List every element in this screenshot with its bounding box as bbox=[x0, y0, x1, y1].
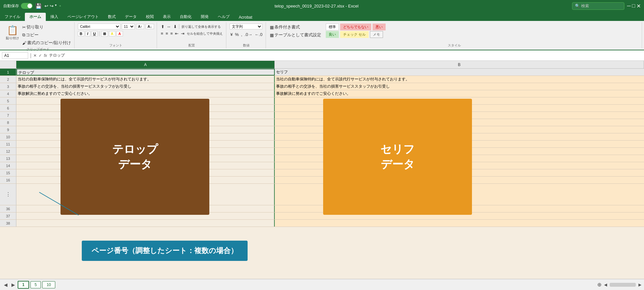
align-center-btn[interactable]: ≡ bbox=[165, 30, 169, 37]
format-copy-button[interactable]: 🖌 書式のコピー/貼り付け bbox=[22, 39, 72, 46]
style-good[interactable]: 良い bbox=[326, 31, 339, 38]
col-header-a[interactable]: A bbox=[16, 61, 275, 68]
style-memo[interactable]: メモ bbox=[370, 31, 383, 38]
tab-formulas[interactable]: 数式 bbox=[103, 13, 120, 21]
decimal-decrease-btn[interactable]: ←.0 bbox=[254, 31, 263, 38]
align-right-btn[interactable]: ≡ bbox=[170, 30, 174, 37]
cell-b-dots[interactable] bbox=[275, 184, 644, 205]
align-left-btn[interactable]: ≡ bbox=[160, 30, 164, 37]
cell-a-dots[interactable] bbox=[16, 184, 275, 205]
cell-a8[interactable] bbox=[16, 119, 275, 126]
paste-button[interactable]: 📋 貼り付け bbox=[5, 24, 20, 42]
cell-b6[interactable] bbox=[275, 105, 644, 111]
cell-a5[interactable] bbox=[16, 97, 275, 104]
cell-a6[interactable] bbox=[16, 105, 275, 111]
cell-a38[interactable] bbox=[16, 220, 275, 227]
next-sheet-icon[interactable]: ▶ bbox=[10, 281, 16, 288]
font-color-button[interactable]: A bbox=[116, 31, 123, 36]
scroll-left-icon[interactable]: ◀ bbox=[604, 282, 607, 287]
indent-increase-btn[interactable]: ⇥ bbox=[180, 30, 185, 37]
sheet-tab-10[interactable]: 10 bbox=[42, 281, 55, 288]
maximize-btn[interactable]: □ bbox=[632, 3, 635, 9]
cell-b14[interactable] bbox=[275, 162, 644, 169]
style-bad[interactable]: どちらでもない bbox=[340, 24, 371, 30]
fill-color-button[interactable]: A bbox=[109, 31, 115, 36]
formula-input[interactable]: テロップ bbox=[49, 53, 642, 58]
redo-icon[interactable]: ↪ bbox=[50, 3, 54, 9]
cell-a14[interactable] bbox=[16, 162, 275, 169]
cell-a4[interactable]: 事故解決に努めますのでご安心ください。 bbox=[16, 90, 275, 97]
cell-b12[interactable] bbox=[275, 148, 644, 155]
style-standard[interactable]: 標準 bbox=[326, 24, 339, 30]
cell-b15[interactable] bbox=[275, 169, 644, 176]
cell-a15[interactable] bbox=[16, 169, 275, 176]
italic-button[interactable]: I bbox=[85, 31, 90, 36]
cell-b9[interactable] bbox=[275, 126, 644, 133]
cell-b8[interactable] bbox=[275, 119, 644, 126]
cell-b11[interactable] bbox=[275, 141, 644, 147]
cancel-formula-icon[interactable]: ✕ bbox=[33, 53, 37, 58]
tab-review[interactable]: 校閲 bbox=[141, 13, 158, 21]
confirm-formula-icon[interactable]: ✓ bbox=[39, 53, 42, 58]
function-icon[interactable]: fx bbox=[44, 53, 47, 58]
tab-data[interactable]: データ bbox=[120, 13, 141, 21]
cell-b5[interactable] bbox=[275, 97, 644, 104]
cell-b1[interactable]: セリフ bbox=[275, 69, 644, 76]
cell-b13[interactable] bbox=[275, 155, 644, 162]
scroll-right-icon[interactable]: ▶ bbox=[638, 282, 641, 287]
tab-page-layout[interactable]: ページレイアウト bbox=[63, 13, 103, 21]
cell-a36[interactable] bbox=[16, 205, 275, 212]
tab-view[interactable]: 表示 bbox=[158, 13, 175, 21]
cell-b16[interactable] bbox=[275, 177, 644, 183]
wrap-text-btn[interactable]: 折り返して全体を表示する bbox=[181, 24, 221, 30]
copy-button[interactable]: ⧉ コピー bbox=[22, 31, 72, 39]
style-check[interactable]: チェック セル bbox=[340, 31, 369, 38]
cell-a16[interactable] bbox=[16, 177, 275, 183]
cell-a1[interactable]: テロップ bbox=[16, 69, 275, 76]
col-header-b[interactable]: B bbox=[275, 61, 644, 68]
cell-b10[interactable] bbox=[275, 133, 644, 140]
save-icon[interactable]: 💾 bbox=[35, 3, 42, 9]
style-bad2[interactable]: 悪い bbox=[373, 24, 386, 30]
cell-a2[interactable]: 当社の自動車保険特約には、全て示談代行サービスが付与されております。 bbox=[16, 76, 275, 83]
table-format-btn[interactable]: ▦ テーブルとして書式設定 bbox=[269, 31, 322, 39]
autosave-toggle[interactable] bbox=[21, 3, 33, 9]
cell-b7[interactable] bbox=[275, 112, 644, 119]
font-shrink-btn[interactable]: A↓ bbox=[146, 24, 154, 29]
cell-a7[interactable] bbox=[16, 112, 275, 119]
minimize-btn[interactable]: ─ bbox=[627, 3, 631, 9]
cell-ref-input[interactable]: A1 bbox=[2, 52, 28, 59]
dropdown-icon[interactable]: ▾ bbox=[55, 3, 57, 9]
decimal-increase-btn[interactable]: .0→ bbox=[244, 31, 253, 38]
scroll-bar[interactable] bbox=[610, 283, 636, 287]
border-button[interactable]: ⊞ bbox=[101, 31, 108, 37]
tab-acrobat[interactable]: Acrobat bbox=[234, 14, 257, 21]
cut-button[interactable]: ✂ 切り取り bbox=[22, 24, 72, 31]
align-middle-btn[interactable]: ↔ bbox=[166, 24, 172, 30]
tab-developer[interactable]: 開発 bbox=[196, 13, 213, 21]
tab-help[interactable]: ヘルプ bbox=[213, 13, 234, 21]
search-box[interactable]: 🔍 検索 bbox=[572, 2, 624, 10]
font-size-select[interactable]: 11 bbox=[122, 24, 135, 29]
cell-a37[interactable] bbox=[16, 213, 275, 219]
tab-automate[interactable]: 自動化 bbox=[175, 13, 196, 21]
cell-b36[interactable] bbox=[275, 205, 644, 212]
align-bottom-btn[interactable]: ⬇ bbox=[173, 24, 178, 30]
add-sheet-btn[interactable]: ⊕ bbox=[597, 281, 601, 288]
currency-btn[interactable]: ¥ bbox=[230, 31, 233, 38]
cell-a3[interactable]: 事故の相手との交渉を、当社の損害サービススタッフがお引受し bbox=[16, 83, 275, 90]
cell-b4[interactable]: 事故解決に努めますのでご安心ください。 bbox=[275, 90, 644, 97]
close-btn[interactable]: ✕ bbox=[636, 3, 641, 9]
conditional-format-btn[interactable]: ▦ 条件付き書式 bbox=[269, 24, 322, 31]
tab-home[interactable]: ホーム bbox=[25, 13, 46, 21]
cell-b2[interactable]: 当社の自動車保険特約には、全て示談代行サービスが付与されております。 bbox=[275, 76, 644, 83]
cell-a11[interactable] bbox=[16, 141, 275, 147]
cell-b38[interactable] bbox=[275, 220, 644, 227]
number-format-select[interactable]: 文字列 bbox=[230, 24, 262, 29]
bold-button[interactable]: B bbox=[78, 31, 84, 36]
cell-b37[interactable] bbox=[275, 213, 644, 219]
align-top-btn[interactable]: ⬆ bbox=[160, 24, 165, 30]
cell-a9[interactable] bbox=[16, 126, 275, 133]
cell-a13[interactable] bbox=[16, 155, 275, 162]
font-grow-btn[interactable]: A↑ bbox=[136, 24, 144, 29]
